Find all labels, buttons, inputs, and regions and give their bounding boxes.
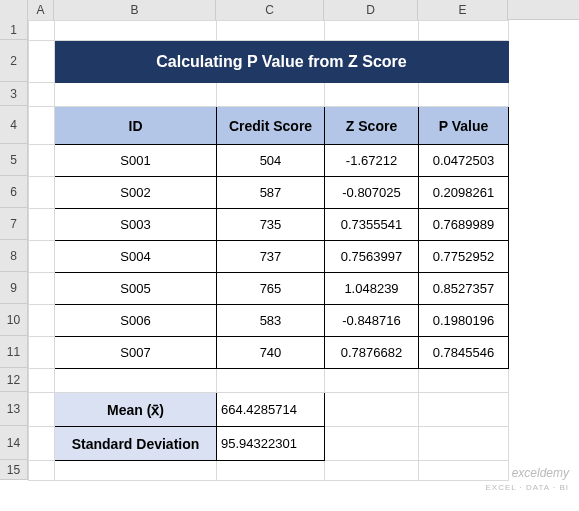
cell-id[interactable]: S003 — [55, 209, 217, 241]
row-header-12[interactable]: 12 — [0, 368, 27, 392]
cell-credit[interactable]: 587 — [217, 177, 325, 209]
header-id[interactable]: ID — [55, 107, 217, 145]
title-cell[interactable]: Calculating P Value from Z Score — [55, 41, 509, 83]
row-header-6[interactable]: 6 — [0, 176, 27, 208]
select-all-corner[interactable] — [0, 0, 28, 20]
row-header-2[interactable]: 2 — [0, 40, 27, 82]
row-header-9[interactable]: 9 — [0, 272, 27, 304]
header-credit[interactable]: Credit Score — [217, 107, 325, 145]
cell-z[interactable]: -0.807025 — [325, 177, 419, 209]
row-header-1[interactable]: 1 — [0, 20, 27, 40]
row-header-14[interactable]: 14 — [0, 426, 27, 460]
row-header-13[interactable]: 13 — [0, 392, 27, 426]
col-header-B[interactable]: B — [54, 0, 216, 20]
table-row: S006 583 -0.848716 0.1980196 — [29, 305, 509, 337]
table-row: S007 740 0.7876682 0.7845546 — [29, 337, 509, 369]
mean-value[interactable]: 664.4285714 — [217, 393, 325, 427]
cell-id[interactable]: S002 — [55, 177, 217, 209]
spreadsheet: A B C D E 123456789101112131415 Calculat… — [0, 0, 579, 511]
table-row: S005 765 1.048239 0.8527357 — [29, 273, 509, 305]
cell-credit[interactable]: 583 — [217, 305, 325, 337]
grid-area[interactable]: Calculating P Value from Z Score ID Cred… — [28, 20, 579, 511]
cell-p[interactable]: 0.8527357 — [419, 273, 509, 305]
header-z[interactable]: Z Score — [325, 107, 419, 145]
cell-id[interactable]: S004 — [55, 241, 217, 273]
cell-id[interactable]: S006 — [55, 305, 217, 337]
row-headers: 123456789101112131415 — [0, 20, 28, 480]
table-row: S004 737 0.7563997 0.7752952 — [29, 241, 509, 273]
sd-value[interactable]: 95.94322301 — [217, 427, 325, 461]
cell-p[interactable]: 0.7689989 — [419, 209, 509, 241]
column-headers: A B C D E — [0, 0, 579, 20]
sd-label[interactable]: Standard Deviation — [55, 427, 217, 461]
cell-credit[interactable]: 765 — [217, 273, 325, 305]
row-header-8[interactable]: 8 — [0, 240, 27, 272]
row-header-11[interactable]: 11 — [0, 336, 27, 368]
col-header-E[interactable]: E — [418, 0, 508, 20]
cell-z[interactable]: -0.848716 — [325, 305, 419, 337]
cell-credit[interactable]: 504 — [217, 145, 325, 177]
cell-z[interactable]: 1.048239 — [325, 273, 419, 305]
cell-id[interactable]: S007 — [55, 337, 217, 369]
cell-z[interactable]: 0.7876682 — [325, 337, 419, 369]
cell-credit[interactable]: 737 — [217, 241, 325, 273]
grid-table: Calculating P Value from Z Score ID Cred… — [28, 20, 509, 481]
header-p[interactable]: P Value — [419, 107, 509, 145]
col-header-A[interactable]: A — [28, 0, 54, 20]
table-row: S002 587 -0.807025 0.2098261 — [29, 177, 509, 209]
row-header-3[interactable]: 3 — [0, 82, 27, 106]
cell-z[interactable]: 0.7563997 — [325, 241, 419, 273]
table-row: S003 735 0.7355541 0.7689989 — [29, 209, 509, 241]
cell-credit[interactable]: 740 — [217, 337, 325, 369]
cell-p[interactable]: 0.7845546 — [419, 337, 509, 369]
table-row: S001 504 -1.67212 0.0472503 — [29, 145, 509, 177]
row-header-10[interactable]: 10 — [0, 304, 27, 336]
cell-id[interactable]: S001 — [55, 145, 217, 177]
cell-id[interactable]: S005 — [55, 273, 217, 305]
cell-z[interactable]: -1.67212 — [325, 145, 419, 177]
row-header-5[interactable]: 5 — [0, 144, 27, 176]
cell-p[interactable]: 0.0472503 — [419, 145, 509, 177]
row-header-7[interactable]: 7 — [0, 208, 27, 240]
col-header-C[interactable]: C — [216, 0, 324, 20]
col-header-D[interactable]: D — [324, 0, 418, 20]
cell-p[interactable]: 0.1980196 — [419, 305, 509, 337]
cell-z[interactable]: 0.7355541 — [325, 209, 419, 241]
mean-label[interactable]: Mean (x̄) — [55, 393, 217, 427]
row-header-4[interactable]: 4 — [0, 106, 27, 144]
row-header-15[interactable]: 15 — [0, 460, 27, 480]
cell-p[interactable]: 0.2098261 — [419, 177, 509, 209]
cell-credit[interactable]: 735 — [217, 209, 325, 241]
cell-p[interactable]: 0.7752952 — [419, 241, 509, 273]
